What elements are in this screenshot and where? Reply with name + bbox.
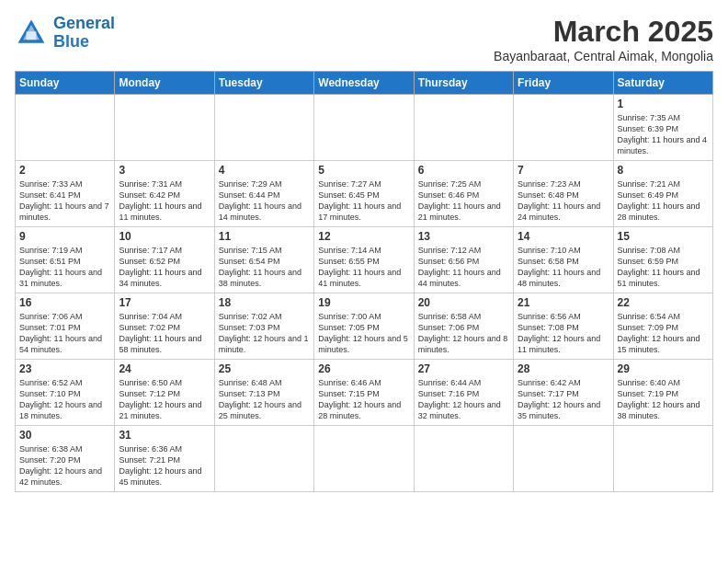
day-number: 31 — [119, 429, 210, 442]
calendar-week-0: 1Sunrise: 7:35 AM Sunset: 6:39 PM Daylig… — [16, 95, 713, 161]
day-number: 6 — [418, 164, 509, 177]
day-number: 15 — [618, 230, 709, 243]
day-info: Sunrise: 7:00 AM Sunset: 7:05 PM Dayligh… — [318, 311, 409, 356]
day-number: 20 — [418, 296, 509, 309]
calendar-cell: 6Sunrise: 7:25 AM Sunset: 6:46 PM Daylig… — [414, 161, 513, 227]
day-number: 22 — [618, 296, 709, 309]
day-info: Sunrise: 7:04 AM Sunset: 7:02 PM Dayligh… — [119, 311, 210, 356]
calendar-cell: 21Sunrise: 6:56 AM Sunset: 7:08 PM Dayli… — [514, 293, 613, 360]
day-info: Sunrise: 7:21 AM Sunset: 6:49 PM Dayligh… — [618, 178, 709, 224]
col-tuesday: Tuesday — [214, 72, 313, 95]
day-info: Sunrise: 7:25 AM Sunset: 6:46 PM Dayligh… — [418, 178, 509, 224]
calendar-cell — [514, 426, 613, 492]
calendar-cell: 25Sunrise: 6:48 AM Sunset: 7:13 PM Dayli… — [214, 360, 313, 426]
calendar-cell: 30Sunrise: 6:38 AM Sunset: 7:20 PM Dayli… — [16, 426, 115, 492]
day-number: 3 — [119, 164, 210, 177]
calendar-cell — [613, 426, 712, 492]
calendar-cell: 4Sunrise: 7:29 AM Sunset: 6:44 PM Daylig… — [214, 161, 313, 227]
calendar-cell: 19Sunrise: 7:00 AM Sunset: 7:05 PM Dayli… — [314, 293, 414, 360]
calendar-cell — [115, 95, 214, 161]
calendar-cell: 13Sunrise: 7:12 AM Sunset: 6:56 PM Dayli… — [414, 227, 513, 293]
day-info: Sunrise: 7:12 AM Sunset: 6:56 PM Dayligh… — [418, 245, 509, 290]
calendar-cell: 10Sunrise: 7:17 AM Sunset: 6:52 PM Dayli… — [115, 227, 214, 293]
calendar-cell: 31Sunrise: 6:36 AM Sunset: 7:21 PM Dayli… — [115, 426, 214, 492]
logo-blue: Blue — [53, 32, 89, 51]
calendar-cell: 24Sunrise: 6:50 AM Sunset: 7:12 PM Dayli… — [115, 360, 214, 426]
day-number: 26 — [318, 362, 409, 375]
calendar-cell — [414, 95, 513, 161]
day-info: Sunrise: 7:15 AM Sunset: 6:54 PM Dayligh… — [219, 245, 310, 290]
day-info: Sunrise: 7:23 AM Sunset: 6:48 PM Dayligh… — [518, 178, 609, 224]
calendar-cell: 29Sunrise: 6:40 AM Sunset: 7:19 PM Dayli… — [613, 360, 712, 426]
day-number: 17 — [119, 296, 210, 309]
day-number: 10 — [119, 230, 210, 243]
calendar-subtitle: Bayanbaraat, Central Aimak, Mongolia — [494, 49, 713, 63]
calendar-week-5: 30Sunrise: 6:38 AM Sunset: 7:20 PM Dayli… — [16, 426, 713, 492]
day-number: 28 — [518, 362, 609, 375]
calendar-cell — [414, 426, 513, 492]
calendar-cell — [214, 426, 313, 492]
day-info: Sunrise: 6:48 AM Sunset: 7:13 PM Dayligh… — [219, 377, 310, 422]
day-info: Sunrise: 7:33 AM Sunset: 6:41 PM Dayligh… — [19, 178, 110, 224]
day-number: 27 — [418, 362, 509, 375]
calendar-cell: 7Sunrise: 7:23 AM Sunset: 6:48 PM Daylig… — [514, 161, 613, 227]
day-info: Sunrise: 6:44 AM Sunset: 7:16 PM Dayligh… — [418, 377, 509, 422]
col-monday: Monday — [115, 72, 214, 95]
day-number: 21 — [518, 296, 609, 309]
calendar-cell: 5Sunrise: 7:27 AM Sunset: 6:45 PM Daylig… — [314, 161, 414, 227]
calendar-table: Sunday Monday Tuesday Wednesday Thursday… — [15, 71, 713, 492]
calendar-cell: 22Sunrise: 6:54 AM Sunset: 7:09 PM Dayli… — [613, 293, 712, 360]
day-info: Sunrise: 6:56 AM Sunset: 7:08 PM Dayligh… — [518, 311, 609, 356]
calendar-week-2: 9Sunrise: 7:19 AM Sunset: 6:51 PM Daylig… — [16, 227, 713, 293]
day-number: 30 — [19, 429, 110, 442]
day-number: 8 — [618, 164, 709, 177]
col-friday: Friday — [514, 72, 613, 95]
calendar-cell — [314, 95, 414, 161]
calendar-cell: 28Sunrise: 6:42 AM Sunset: 7:17 PM Dayli… — [514, 360, 613, 426]
day-number: 19 — [318, 296, 409, 309]
day-number: 1 — [618, 98, 709, 110]
day-info: Sunrise: 7:08 AM Sunset: 6:59 PM Dayligh… — [618, 245, 709, 290]
day-info: Sunrise: 7:31 AM Sunset: 6:42 PM Dayligh… — [119, 178, 210, 224]
header-row: Sunday Monday Tuesday Wednesday Thursday… — [16, 72, 713, 95]
day-info: Sunrise: 6:42 AM Sunset: 7:17 PM Dayligh… — [518, 377, 609, 422]
calendar-cell: 3Sunrise: 7:31 AM Sunset: 6:42 PM Daylig… — [115, 161, 214, 227]
header: General Blue March 2025 Bayanbaraat, Cen… — [15, 15, 713, 63]
day-number: 11 — [219, 230, 310, 243]
col-sunday: Sunday — [16, 72, 115, 95]
day-info: Sunrise: 6:38 AM Sunset: 7:20 PM Dayligh… — [19, 443, 110, 488]
calendar-cell: 2Sunrise: 7:33 AM Sunset: 6:41 PM Daylig… — [16, 161, 115, 227]
calendar-cell: 8Sunrise: 7:21 AM Sunset: 6:49 PM Daylig… — [613, 161, 712, 227]
logo-text: General Blue — [53, 15, 115, 52]
day-number: 24 — [119, 362, 210, 375]
day-number: 13 — [418, 230, 509, 243]
day-info: Sunrise: 7:10 AM Sunset: 6:58 PM Dayligh… — [518, 245, 609, 290]
calendar-cell: 27Sunrise: 6:44 AM Sunset: 7:16 PM Dayli… — [414, 360, 513, 426]
calendar-cell: 14Sunrise: 7:10 AM Sunset: 6:58 PM Dayli… — [514, 227, 613, 293]
day-number: 23 — [19, 362, 110, 375]
svg-rect-2 — [27, 31, 37, 40]
day-info: Sunrise: 6:52 AM Sunset: 7:10 PM Dayligh… — [19, 377, 110, 422]
day-info: Sunrise: 7:14 AM Sunset: 6:55 PM Dayligh… — [318, 245, 409, 290]
day-info: Sunrise: 7:29 AM Sunset: 6:44 PM Dayligh… — [219, 178, 310, 224]
day-number: 29 — [618, 362, 709, 375]
calendar-cell — [514, 95, 613, 161]
calendar-cell: 1Sunrise: 7:35 AM Sunset: 6:39 PM Daylig… — [613, 95, 712, 161]
day-info: Sunrise: 6:54 AM Sunset: 7:09 PM Dayligh… — [618, 311, 709, 356]
logo: General Blue — [15, 15, 115, 52]
day-number: 7 — [518, 164, 609, 177]
day-info: Sunrise: 7:27 AM Sunset: 6:45 PM Dayligh… — [318, 178, 409, 224]
day-number: 12 — [318, 230, 409, 243]
col-thursday: Thursday — [414, 72, 513, 95]
calendar-cell: 18Sunrise: 7:02 AM Sunset: 7:03 PM Dayli… — [214, 293, 313, 360]
logo-general: General — [53, 14, 115, 32]
calendar-week-1: 2Sunrise: 7:33 AM Sunset: 6:41 PM Daylig… — [16, 161, 713, 227]
calendar-cell: 20Sunrise: 6:58 AM Sunset: 7:06 PM Dayli… — [414, 293, 513, 360]
logo-icon — [15, 17, 48, 50]
calendar-cell — [314, 426, 414, 492]
day-info: Sunrise: 7:17 AM Sunset: 6:52 PM Dayligh… — [119, 245, 210, 290]
day-info: Sunrise: 6:40 AM Sunset: 7:19 PM Dayligh… — [618, 377, 709, 422]
calendar-week-4: 23Sunrise: 6:52 AM Sunset: 7:10 PM Dayli… — [16, 360, 713, 426]
calendar-cell: 12Sunrise: 7:14 AM Sunset: 6:55 PM Dayli… — [314, 227, 414, 293]
day-number: 9 — [19, 230, 110, 243]
